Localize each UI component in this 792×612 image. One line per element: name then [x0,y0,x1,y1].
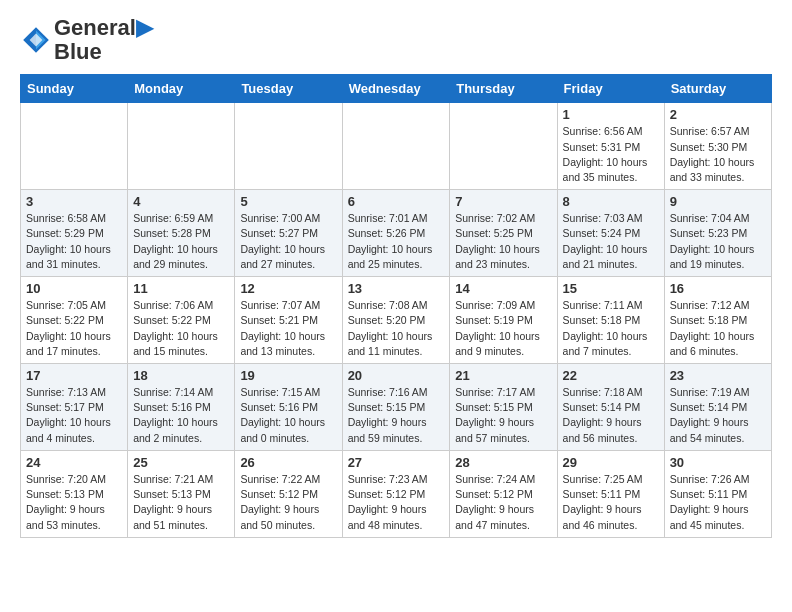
day-of-week-header: Saturday [664,75,771,103]
day-number: 20 [348,368,445,383]
header: General▶ Blue [20,16,772,64]
day-info: Sunrise: 7:13 AMSunset: 5:17 PMDaylight:… [26,385,122,446]
day-number: 8 [563,194,659,209]
calendar-header-row: SundayMondayTuesdayWednesdayThursdayFrid… [21,75,772,103]
day-info: Sunrise: 7:18 AMSunset: 5:14 PMDaylight:… [563,385,659,446]
calendar-day-cell: 13Sunrise: 7:08 AMSunset: 5:20 PMDayligh… [342,277,450,364]
day-info: Sunrise: 7:05 AMSunset: 5:22 PMDaylight:… [26,298,122,359]
day-number: 29 [563,455,659,470]
day-info: Sunrise: 7:19 AMSunset: 5:14 PMDaylight:… [670,385,766,446]
calendar-day-cell: 12Sunrise: 7:07 AMSunset: 5:21 PMDayligh… [235,277,342,364]
day-number: 3 [26,194,122,209]
calendar-day-cell: 5Sunrise: 7:00 AMSunset: 5:27 PMDaylight… [235,190,342,277]
day-info: Sunrise: 7:03 AMSunset: 5:24 PMDaylight:… [563,211,659,272]
day-info: Sunrise: 7:25 AMSunset: 5:11 PMDaylight:… [563,472,659,533]
day-info: Sunrise: 7:12 AMSunset: 5:18 PMDaylight:… [670,298,766,359]
day-info: Sunrise: 7:08 AMSunset: 5:20 PMDaylight:… [348,298,445,359]
logo-text: General▶ Blue [54,16,153,64]
day-number: 12 [240,281,336,296]
calendar-day-cell [21,103,128,190]
calendar-day-cell: 11Sunrise: 7:06 AMSunset: 5:22 PMDayligh… [128,277,235,364]
day-number: 2 [670,107,766,122]
day-number: 5 [240,194,336,209]
day-number: 28 [455,455,551,470]
day-info: Sunrise: 7:22 AMSunset: 5:12 PMDaylight:… [240,472,336,533]
calendar-day-cell: 27Sunrise: 7:23 AMSunset: 5:12 PMDayligh… [342,450,450,537]
calendar-day-cell: 21Sunrise: 7:17 AMSunset: 5:15 PMDayligh… [450,364,557,451]
day-number: 21 [455,368,551,383]
day-number: 10 [26,281,122,296]
calendar-day-cell: 24Sunrise: 7:20 AMSunset: 5:13 PMDayligh… [21,450,128,537]
calendar-day-cell: 3Sunrise: 6:58 AMSunset: 5:29 PMDaylight… [21,190,128,277]
day-info: Sunrise: 6:57 AMSunset: 5:30 PMDaylight:… [670,124,766,185]
day-number: 16 [670,281,766,296]
day-info: Sunrise: 7:20 AMSunset: 5:13 PMDaylight:… [26,472,122,533]
day-info: Sunrise: 7:00 AMSunset: 5:27 PMDaylight:… [240,211,336,272]
calendar-day-cell [128,103,235,190]
calendar-day-cell: 25Sunrise: 7:21 AMSunset: 5:13 PMDayligh… [128,450,235,537]
calendar-day-cell: 17Sunrise: 7:13 AMSunset: 5:17 PMDayligh… [21,364,128,451]
logo: General▶ Blue [20,16,153,64]
calendar-body: 1Sunrise: 6:56 AMSunset: 5:31 PMDaylight… [21,103,772,537]
day-info: Sunrise: 7:02 AMSunset: 5:25 PMDaylight:… [455,211,551,272]
day-info: Sunrise: 7:14 AMSunset: 5:16 PMDaylight:… [133,385,229,446]
calendar-day-cell: 19Sunrise: 7:15 AMSunset: 5:16 PMDayligh… [235,364,342,451]
calendar-day-cell: 23Sunrise: 7:19 AMSunset: 5:14 PMDayligh… [664,364,771,451]
day-number: 13 [348,281,445,296]
calendar-day-cell: 9Sunrise: 7:04 AMSunset: 5:23 PMDaylight… [664,190,771,277]
day-number: 25 [133,455,229,470]
calendar-day-cell: 16Sunrise: 7:12 AMSunset: 5:18 PMDayligh… [664,277,771,364]
day-number: 4 [133,194,229,209]
day-number: 24 [26,455,122,470]
day-of-week-header: Tuesday [235,75,342,103]
calendar-day-cell: 22Sunrise: 7:18 AMSunset: 5:14 PMDayligh… [557,364,664,451]
calendar-day-cell: 10Sunrise: 7:05 AMSunset: 5:22 PMDayligh… [21,277,128,364]
calendar-week-row: 1Sunrise: 6:56 AMSunset: 5:31 PMDaylight… [21,103,772,190]
day-info: Sunrise: 6:56 AMSunset: 5:31 PMDaylight:… [563,124,659,185]
day-of-week-header: Monday [128,75,235,103]
day-number: 14 [455,281,551,296]
calendar-day-cell: 14Sunrise: 7:09 AMSunset: 5:19 PMDayligh… [450,277,557,364]
day-info: Sunrise: 7:11 AMSunset: 5:18 PMDaylight:… [563,298,659,359]
calendar-day-cell: 30Sunrise: 7:26 AMSunset: 5:11 PMDayligh… [664,450,771,537]
day-number: 27 [348,455,445,470]
calendar-day-cell: 8Sunrise: 7:03 AMSunset: 5:24 PMDaylight… [557,190,664,277]
calendar-day-cell: 7Sunrise: 7:02 AMSunset: 5:25 PMDaylight… [450,190,557,277]
day-info: Sunrise: 7:23 AMSunset: 5:12 PMDaylight:… [348,472,445,533]
day-number: 23 [670,368,766,383]
day-info: Sunrise: 6:59 AMSunset: 5:28 PMDaylight:… [133,211,229,272]
calendar-day-cell [450,103,557,190]
day-number: 1 [563,107,659,122]
calendar-week-row: 24Sunrise: 7:20 AMSunset: 5:13 PMDayligh… [21,450,772,537]
day-number: 26 [240,455,336,470]
day-info: Sunrise: 7:01 AMSunset: 5:26 PMDaylight:… [348,211,445,272]
day-number: 17 [26,368,122,383]
calendar-day-cell: 6Sunrise: 7:01 AMSunset: 5:26 PMDaylight… [342,190,450,277]
day-info: Sunrise: 7:06 AMSunset: 5:22 PMDaylight:… [133,298,229,359]
calendar-week-row: 17Sunrise: 7:13 AMSunset: 5:17 PMDayligh… [21,364,772,451]
day-number: 30 [670,455,766,470]
calendar-day-cell: 15Sunrise: 7:11 AMSunset: 5:18 PMDayligh… [557,277,664,364]
day-number: 22 [563,368,659,383]
day-number: 11 [133,281,229,296]
day-of-week-header: Friday [557,75,664,103]
calendar-table: SundayMondayTuesdayWednesdayThursdayFrid… [20,74,772,537]
day-number: 7 [455,194,551,209]
calendar-week-row: 10Sunrise: 7:05 AMSunset: 5:22 PMDayligh… [21,277,772,364]
day-info: Sunrise: 6:58 AMSunset: 5:29 PMDaylight:… [26,211,122,272]
day-number: 18 [133,368,229,383]
calendar-day-cell: 29Sunrise: 7:25 AMSunset: 5:11 PMDayligh… [557,450,664,537]
day-number: 9 [670,194,766,209]
day-info: Sunrise: 7:21 AMSunset: 5:13 PMDaylight:… [133,472,229,533]
page: General▶ Blue SundayMondayTuesdayWednesd… [0,0,792,558]
day-info: Sunrise: 7:26 AMSunset: 5:11 PMDaylight:… [670,472,766,533]
calendar-day-cell: 2Sunrise: 6:57 AMSunset: 5:30 PMDaylight… [664,103,771,190]
calendar-day-cell: 1Sunrise: 6:56 AMSunset: 5:31 PMDaylight… [557,103,664,190]
calendar-day-cell: 20Sunrise: 7:16 AMSunset: 5:15 PMDayligh… [342,364,450,451]
logo-icon [20,24,52,56]
day-info: Sunrise: 7:07 AMSunset: 5:21 PMDaylight:… [240,298,336,359]
calendar-week-row: 3Sunrise: 6:58 AMSunset: 5:29 PMDaylight… [21,190,772,277]
day-number: 19 [240,368,336,383]
day-info: Sunrise: 7:09 AMSunset: 5:19 PMDaylight:… [455,298,551,359]
calendar-day-cell [342,103,450,190]
